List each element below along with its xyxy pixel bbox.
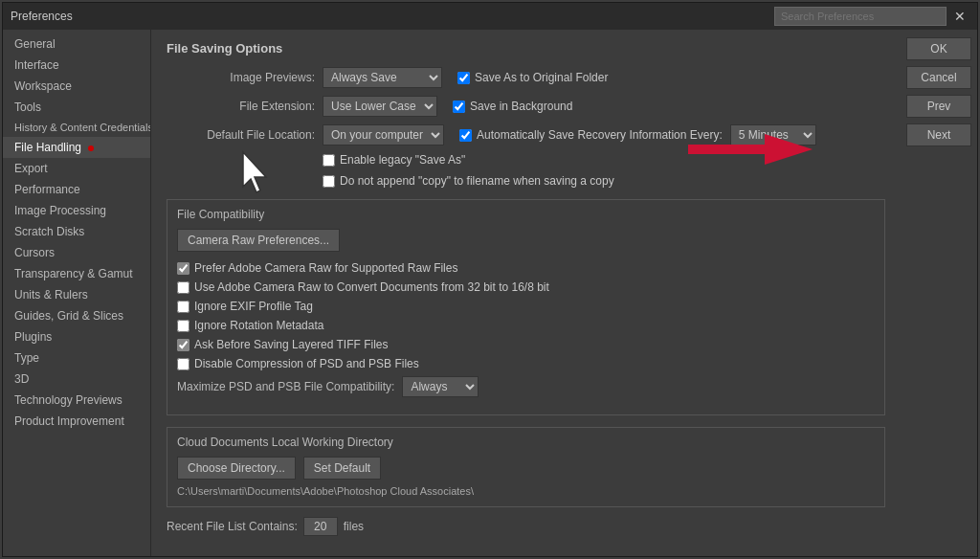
- save-in-background-row: Save in Background: [453, 100, 572, 113]
- ignore-rotation-text: Ignore Rotation Metadata: [194, 319, 323, 332]
- choose-dir-btn[interactable]: Choose Directory...: [177, 457, 296, 480]
- ask-tiff-row: Ask Before Saving Layered TIFF Files: [177, 338, 875, 351]
- sidebar-item-type[interactable]: Type: [3, 347, 150, 369]
- save-as-original-checkbox[interactable]: [457, 72, 470, 84]
- recent-file-row: Recent File List Contains: files: [167, 517, 885, 536]
- sidebar-item-3d[interactable]: 3D: [3, 369, 150, 390]
- cancel-button[interactable]: Cancel: [906, 66, 971, 89]
- ok-button[interactable]: OK: [906, 37, 971, 60]
- dialog-title: Preferences: [11, 10, 73, 23]
- sidebar-item-scratch-disks[interactable]: Scratch Disks: [3, 221, 150, 242]
- section-title: File Saving Options: [167, 41, 885, 56]
- save-as-original-row: Save As to Original Folder: [457, 71, 608, 84]
- image-previews-row: Image Previews: Always Save Never Save A…: [167, 67, 885, 88]
- disable-compression-checkbox[interactable]: [177, 358, 189, 370]
- enable-legacy-label[interactable]: Enable legacy "Save As": [323, 153, 465, 167]
- arrow-svg: [688, 132, 813, 167]
- cloud-title: Cloud Documents Local Working Directory: [177, 436, 875, 449]
- enable-legacy-text: Enable legacy "Save As": [340, 153, 465, 167]
- arrow-indicator: [688, 132, 813, 167]
- use-camera-raw-row: Use Adobe Camera Raw to Convert Document…: [177, 280, 875, 294]
- set-default-btn[interactable]: Set Default: [303, 457, 381, 480]
- sidebar-item-image-processing[interactable]: Image Processing: [3, 200, 150, 221]
- maximize-psd-row: Maximize PSD and PSB File Compatibility:…: [177, 376, 875, 397]
- use-camera-raw-label[interactable]: Use Adobe Camera Raw to Convert Document…: [177, 280, 549, 294]
- recent-suffix: files: [344, 520, 364, 533]
- enable-legacy-checkbox[interactable]: [323, 154, 335, 167]
- use-camera-raw-text: Use Adobe Camera Raw to Convert Document…: [194, 280, 549, 294]
- sidebar-item-tools[interactable]: Tools: [3, 97, 150, 118]
- auto-save-checkbox[interactable]: [459, 129, 472, 142]
- sidebar-item-performance[interactable]: Performance: [3, 179, 150, 200]
- ask-tiff-label[interactable]: Ask Before Saving Layered TIFF Files: [177, 338, 389, 351]
- sidebar-item-guides[interactable]: Guides, Grid & Slices: [3, 305, 150, 326]
- disable-compression-label[interactable]: Disable Compression of PSD and PSB Files: [177, 357, 419, 370]
- sidebar-item-workspace[interactable]: Workspace: [3, 76, 150, 97]
- ignore-exif-checkbox[interactable]: [177, 301, 189, 313]
- content-area: File Saving Options Image Previews: Alwa…: [151, 30, 901, 556]
- prev-button[interactable]: Prev: [906, 95, 971, 118]
- preferences-dialog: Preferences ✕ General Interface Workspac…: [2, 2, 978, 557]
- ignore-rotation-label[interactable]: Ignore Rotation Metadata: [177, 319, 323, 332]
- prefer-camera-raw-checkbox[interactable]: [177, 262, 189, 275]
- maximize-psd-label: Maximize PSD and PSB File Compatibility:: [177, 380, 394, 393]
- use-camera-raw-checkbox[interactable]: [177, 281, 189, 294]
- ignore-rotation-checkbox[interactable]: [177, 320, 189, 332]
- search-input[interactable]: [774, 7, 947, 26]
- ignore-rotation-row: Ignore Rotation Metadata: [177, 319, 875, 332]
- auto-save-text: Automatically Save Recovery Information …: [477, 128, 723, 142]
- file-compatibility-section: File Compatibility Camera Raw Preference…: [167, 199, 885, 415]
- buttons-panel: OK Cancel Prev Next: [901, 30, 977, 556]
- prefer-camera-raw-text: Prefer Adobe Camera Raw for Supported Ra…: [194, 261, 457, 275]
- active-indicator: [88, 145, 94, 151]
- prefer-camera-raw-label[interactable]: Prefer Adobe Camera Raw for Supported Ra…: [177, 261, 457, 275]
- no-append-copy-checkbox[interactable]: [323, 175, 335, 188]
- recent-label: Recent File List Contains:: [167, 520, 298, 533]
- default-location-label: Default File Location:: [167, 128, 315, 142]
- file-extension-select[interactable]: Use Lower Case Use Upper Case: [323, 96, 437, 117]
- next-button[interactable]: Next: [906, 123, 971, 146]
- no-append-copy-row: Do not append "copy" to filename when sa…: [323, 174, 885, 188]
- ignore-exif-text: Ignore EXIF Profile Tag: [194, 300, 313, 313]
- default-location-select[interactable]: On your computer Creative Cloud: [323, 124, 444, 145]
- image-previews-label: Image Previews:: [167, 71, 315, 84]
- arrow-shape: [688, 134, 813, 165]
- no-append-copy-text: Do not append "copy" to filename when sa…: [340, 174, 614, 188]
- maximize-psd-select[interactable]: Always Never Ask: [402, 376, 479, 397]
- sidebar-item-cursors[interactable]: Cursors: [3, 242, 150, 263]
- sidebar-item-file-handling[interactable]: File Handling: [3, 137, 150, 158]
- cloud-docs-section: Cloud Documents Local Working Directory …: [167, 427, 885, 507]
- cloud-buttons: Choose Directory... Set Default: [177, 457, 875, 480]
- main-content: General Interface Workspace Tools Histor…: [3, 30, 977, 556]
- cursor-svg: [239, 150, 276, 196]
- auto-save-label[interactable]: Automatically Save Recovery Information …: [459, 128, 723, 142]
- sidebar-item-product[interactable]: Product Improvement: [3, 411, 150, 432]
- close-button[interactable]: ✕: [950, 7, 969, 26]
- ask-tiff-checkbox[interactable]: [177, 339, 189, 351]
- cloud-path: C:\Users\marti\Documents\Adobe\Photoshop…: [177, 485, 875, 497]
- prefer-camera-raw-row: Prefer Adobe Camera Raw for Supported Ra…: [177, 261, 875, 275]
- recent-count-input[interactable]: [303, 517, 338, 536]
- image-previews-select[interactable]: Always Save Never Save Ask When Saving: [323, 67, 442, 88]
- save-as-original-label[interactable]: Save As to Original Folder: [457, 71, 608, 84]
- sidebar-item-plugins[interactable]: Plugins: [3, 326, 150, 347]
- sidebar-item-transparency[interactable]: Transparency & Gamut: [3, 263, 150, 284]
- auto-save-row: Automatically Save Recovery Information …: [459, 128, 723, 142]
- camera-raw-btn[interactable]: Camera Raw Preferences...: [177, 229, 340, 252]
- sidebar-item-general[interactable]: General: [3, 34, 150, 55]
- save-in-background-label[interactable]: Save in Background: [453, 100, 572, 113]
- sidebar-item-export[interactable]: Export: [3, 158, 150, 179]
- compatibility-title: File Compatibility: [177, 208, 875, 221]
- no-append-copy-label[interactable]: Do not append "copy" to filename when sa…: [323, 174, 614, 188]
- ignore-exif-label[interactable]: Ignore EXIF Profile Tag: [177, 300, 313, 313]
- sidebar-item-history[interactable]: History & Content Credentials: [3, 118, 150, 137]
- save-in-background-checkbox[interactable]: [453, 101, 465, 113]
- sidebar-item-units[interactable]: Units & Rulers: [3, 284, 150, 305]
- save-as-original-text: Save As to Original Folder: [475, 71, 608, 84]
- disable-compression-row: Disable Compression of PSD and PSB Files: [177, 357, 875, 370]
- cursor-indicator: [239, 150, 276, 199]
- file-extension-row: File Extension: Use Lower Case Use Upper…: [167, 96, 885, 117]
- sidebar-item-interface[interactable]: Interface: [3, 55, 150, 76]
- sidebar-item-tech-previews[interactable]: Technology Previews: [3, 390, 150, 411]
- title-bar: Preferences ✕: [3, 3, 977, 30]
